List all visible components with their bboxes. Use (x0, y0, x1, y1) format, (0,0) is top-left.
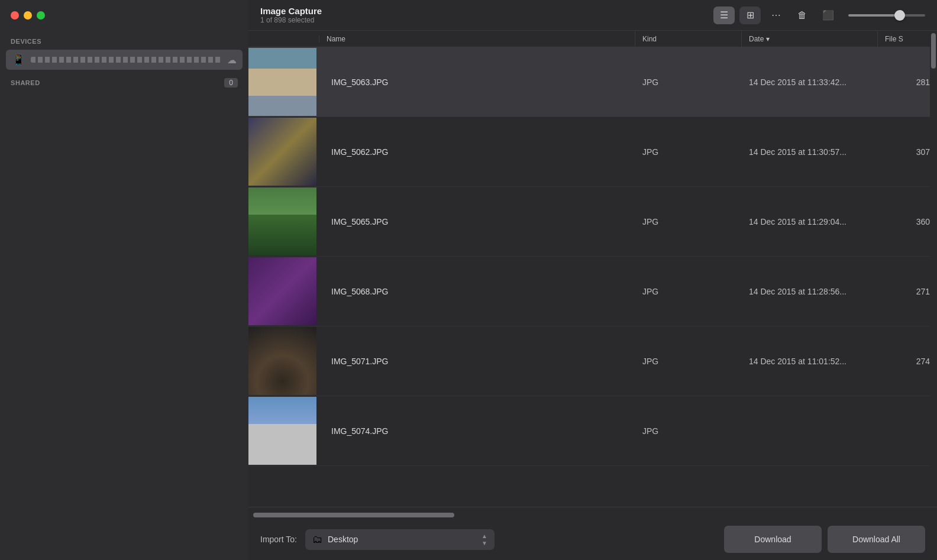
file-name: IMG_5062.JPG (319, 147, 635, 157)
grid-view-button[interactable]: ⊞ (739, 7, 761, 24)
file-date: 14 Dec 2015 at 11:01:52... (742, 357, 878, 366)
file-name: IMG_5068.JPG (319, 287, 635, 296)
file-thumbnail (248, 187, 316, 255)
horizontal-scrollbar-row (248, 512, 937, 519)
more-button[interactable]: ⋯ (765, 7, 787, 24)
file-thumbnail (248, 48, 316, 116)
sort-desc-icon: ▾ (766, 35, 770, 43)
app-title-block: Image Capture 1 of 898 selected (260, 6, 706, 24)
horizontal-scrollbar-thumb[interactable] (253, 513, 454, 517)
action-buttons: Download Download All (724, 526, 925, 553)
devices-label: DEVICES (0, 31, 248, 48)
shared-section: SHARED 0 (0, 71, 248, 91)
device-name (31, 57, 221, 63)
file-date: 14 Dec 2015 at 11:29:04... (742, 217, 878, 226)
toolbar-buttons: ☰ ⊞ ⋯ 🗑 ⬛ (713, 7, 925, 24)
maximize-button[interactable] (37, 11, 45, 20)
import-button[interactable]: ⬛ (818, 7, 839, 24)
shared-count-badge: 0 (224, 78, 238, 88)
file-kind: JPG (635, 426, 742, 436)
file-size: 271 (878, 287, 937, 296)
main-wrapper: Image Capture 1 of 898 selected ☰ ⊞ ⋯ 🗑 … (248, 0, 937, 560)
zoom-slider-container (848, 14, 925, 17)
file-kind: JPG (635, 147, 742, 157)
phone-icon: 📱 (12, 53, 25, 66)
device-item[interactable]: 📱 ☁ (6, 50, 243, 70)
toolbar: Image Capture 1 of 898 selected ☰ ⊞ ⋯ 🗑 … (248, 0, 937, 31)
file-name: IMG_5065.JPG (319, 217, 635, 226)
bottom-bar: Import To: 🗂 Desktop ▲ ▼ Download Downlo… (248, 507, 937, 560)
file-name: IMG_5071.JPG (319, 357, 635, 366)
cloud-icon: ☁ (227, 54, 237, 66)
app-title: Image Capture (260, 6, 706, 16)
traffic-lights (11, 11, 45, 20)
close-button[interactable] (11, 11, 19, 20)
file-kind: JPG (635, 357, 742, 366)
list-view-icon: ☰ (720, 9, 728, 21)
table-row[interactable]: IMG_5062.JPGJPG14 Dec 2015 at 11:30:57..… (248, 117, 937, 187)
file-date: 14 Dec 2015 at 11:33:42... (742, 77, 878, 87)
delete-button[interactable]: 🗑 (791, 7, 813, 24)
more-icon: ⋯ (771, 9, 781, 21)
col-header-date[interactable]: Date ▾ (742, 31, 878, 47)
col-header-thumb (248, 35, 319, 43)
file-date: 14 Dec 2015 at 11:30:57... (742, 147, 878, 157)
folder-icon: 🗂 (312, 533, 323, 546)
file-thumbnail (248, 327, 316, 395)
table-row[interactable]: IMG_5068.JPGJPG14 Dec 2015 at 11:28:56..… (248, 257, 937, 326)
app-subtitle: 1 of 898 selected (260, 16, 706, 24)
import-destination-name: Desktop (328, 535, 477, 544)
col-header-name[interactable]: Name (319, 31, 635, 47)
file-thumbnail (248, 118, 316, 186)
col-header-kind[interactable]: Kind (635, 31, 742, 47)
file-size: 360 (878, 217, 937, 226)
col-header-size[interactable]: File S (878, 31, 937, 47)
column-headers: Name Kind Date ▾ File S (248, 31, 937, 47)
vertical-scrollbar[interactable] (930, 31, 937, 507)
file-kind: JPG (635, 217, 742, 226)
file-kind: JPG (635, 287, 742, 296)
download-all-button[interactable]: Download All (828, 526, 925, 553)
table-row[interactable]: IMG_5065.JPGJPG14 Dec 2015 at 11:29:04..… (248, 187, 937, 257)
file-size: 281 (878, 77, 937, 87)
table-row[interactable]: IMG_5063.JPGJPG14 Dec 2015 at 11:33:42..… (248, 47, 937, 117)
import-icon: ⬛ (822, 9, 834, 21)
sidebar: DEVICES 📱 ☁ SHARED 0 (0, 0, 248, 560)
zoom-slider[interactable] (848, 14, 925, 17)
main-content: Image Capture 1 of 898 selected ☰ ⊞ ⋯ 🗑 … (248, 0, 937, 560)
file-name: IMG_5063.JPG (319, 77, 635, 87)
shared-label: SHARED (11, 79, 40, 86)
stepper-icon: ▲ ▼ (482, 533, 487, 546)
download-button[interactable]: Download (724, 526, 822, 553)
list-view-button[interactable]: ☰ (713, 7, 735, 24)
import-row: Import To: 🗂 Desktop ▲ ▼ Download Downlo… (248, 519, 937, 560)
file-thumbnail (248, 397, 316, 465)
grid-view-icon: ⊞ (747, 9, 754, 21)
file-name: IMG_5074.JPG (319, 426, 635, 436)
vertical-scrollbar-thumb[interactable] (931, 33, 936, 69)
trash-icon: 🗑 (797, 10, 807, 21)
title-bar (0, 0, 248, 31)
file-list[interactable]: IMG_5063.JPGJPG14 Dec 2015 at 11:33:42..… (248, 47, 937, 507)
table-row[interactable]: IMG_5071.JPGJPG14 Dec 2015 at 11:01:52..… (248, 326, 937, 396)
table-row[interactable]: IMG_5074.JPGJPG (248, 396, 937, 466)
import-destination-select[interactable]: 🗂 Desktop ▲ ▼ (305, 529, 495, 550)
file-kind: JPG (635, 77, 742, 87)
file-size: 307 (878, 147, 937, 157)
file-size: 274 (878, 357, 937, 366)
file-date: 14 Dec 2015 at 11:28:56... (742, 287, 878, 296)
file-thumbnail (248, 257, 316, 325)
minimize-button[interactable] (24, 11, 32, 20)
import-to-label: Import To: (260, 535, 297, 544)
